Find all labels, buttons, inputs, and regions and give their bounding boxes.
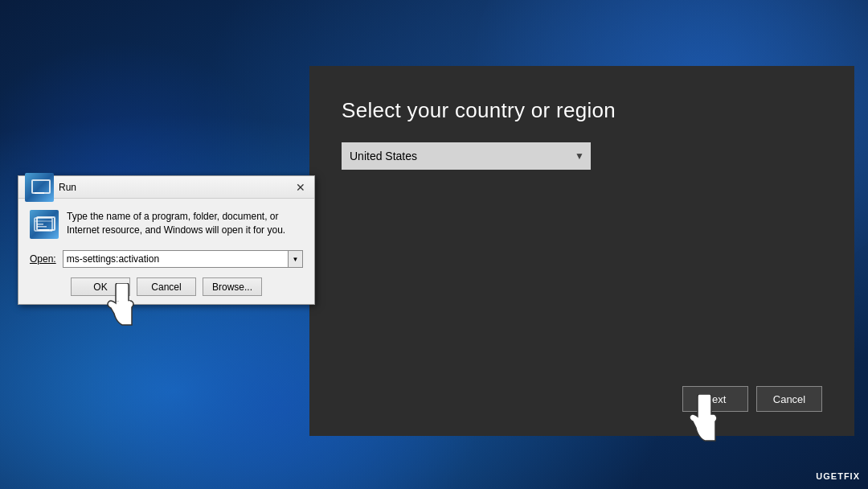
svg-rect-0 [35,218,52,231]
run-browse-button[interactable]: Browse... [203,277,262,296]
setup-title: Select your country or region [342,98,822,123]
cancel-button[interactable]: Cancel [756,386,822,412]
setup-spacer [342,170,822,386]
run-app-icon [25,173,54,202]
svg-rect-3 [37,226,47,228]
run-dialog: Run ✕ Type the name of a program, folder… [18,175,315,305]
run-input-row: Open: ▼ [30,250,303,268]
close-icon[interactable]: ✕ [293,180,308,195]
run-input-dropdown[interactable]: ▼ [289,250,303,268]
run-icon-svg [33,213,55,236]
country-select[interactable]: United StatesAfghanistanAlbaniaAlgeriaAr… [342,142,591,170]
setup-buttons: Next Cancel [342,386,822,412]
run-dialog-title: Run [59,182,76,193]
run-input-wrapper: ▼ [63,250,303,268]
run-program-icon [30,210,59,239]
run-content: Type the name of a program, folder, docu… [30,210,303,239]
run-cancel-button[interactable]: Cancel [137,277,196,296]
run-open-label: Open: [30,253,56,265]
country-select-wrapper[interactable]: United StatesAfghanistanAlbaniaAlgeriaAr… [342,142,591,170]
run-dialog-buttons: OK Cancel Browse... [30,277,303,296]
run-ok-button[interactable]: OK [71,277,130,296]
next-button[interactable]: Next [682,386,748,412]
setup-dialog: Select your country or region United Sta… [309,66,854,436]
run-titlebar: Run ✕ [18,176,314,199]
run-input[interactable] [63,250,289,268]
svg-rect-2 [37,224,43,225]
watermark: UGETFIX [816,471,860,481]
run-titlebar-left: Run [25,173,76,202]
run-description: Type the name of a program, folder, docu… [67,210,303,237]
run-dialog-body: Type the name of a program, folder, docu… [18,199,314,304]
